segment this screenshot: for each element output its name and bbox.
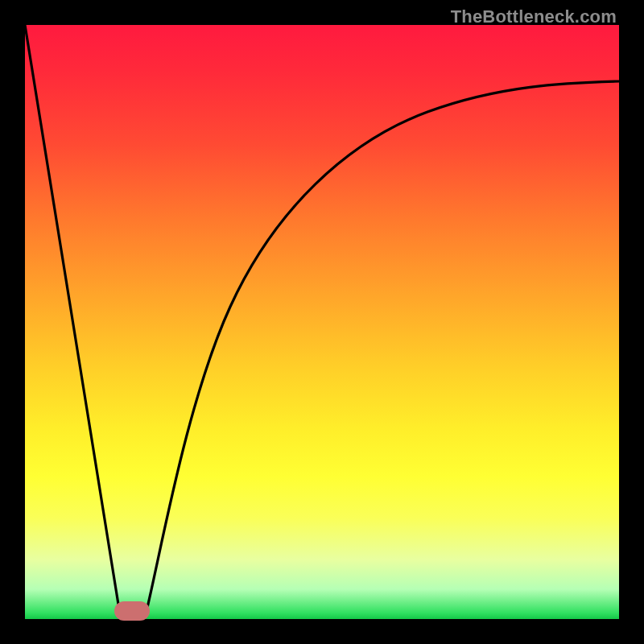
trough-marker — [114, 601, 150, 621]
curve-left — [25, 25, 120, 614]
curve-right — [146, 81, 619, 614]
bottleneck-curve — [25, 25, 619, 619]
plot-area — [25, 25, 619, 619]
chart-frame: TheBottleneck.com — [0, 0, 644, 644]
